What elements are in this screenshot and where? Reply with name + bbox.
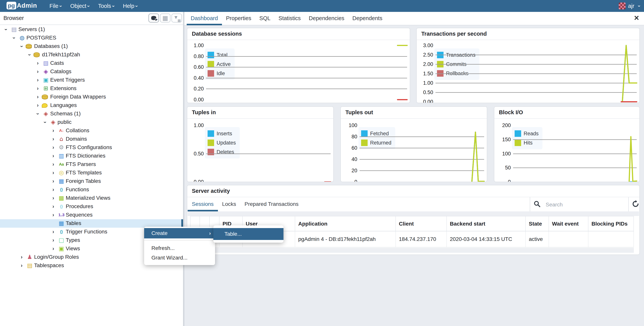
tree-item-catalogs[interactable]: ›◈Catalogs xyxy=(0,68,183,76)
column-header-backend-start[interactable]: Backend start xyxy=(447,216,526,231)
tree-item-fts-dictionaries[interactable]: ›▥FTS Dictionaries xyxy=(0,152,183,160)
tree-item-label: Sequences xyxy=(66,211,92,219)
expand-icon[interactable]: › xyxy=(50,126,56,135)
tree-item-foreign-data-wrappers[interactable]: ›Foreign Data Wrappers xyxy=(0,93,183,101)
postgres-icon: ◍ xyxy=(18,34,26,42)
menubar-item-object[interactable]: Object› xyxy=(66,0,94,12)
panel-database-sessions: Database sessions TotalActiveIdle1.000.8… xyxy=(187,28,410,103)
activity-tab-sessions[interactable]: Sessions xyxy=(188,197,218,212)
expand-icon[interactable]: › xyxy=(18,262,25,270)
panel-resize-handle[interactable] xyxy=(183,12,184,326)
column-header-blocking-pids[interactable]: Blocking PIDs xyxy=(588,216,634,231)
tree-item-d17fekh11pf2ah[interactable]: ›d17fekh11pf2ah xyxy=(0,50,183,59)
filtered-rows-button[interactable] xyxy=(172,14,182,22)
column-header-client[interactable]: Client xyxy=(396,216,447,231)
expand-icon[interactable]: › xyxy=(50,236,56,244)
collapse-icon[interactable]: › xyxy=(25,52,34,58)
expand-icon[interactable]: › xyxy=(50,177,56,186)
fts-dictionaries-icon: ▥ xyxy=(57,152,65,160)
tree-item-fts-configurations[interactable]: ›⚙FTS Configurations xyxy=(0,143,183,152)
tree-item-schemas-1[interactable]: ›◈Schemas (1) xyxy=(0,110,183,118)
context-menu-item-create[interactable]: Create › xyxy=(144,228,215,238)
view-data-button[interactable]: ▦ xyxy=(160,14,170,22)
query-tool-button[interactable] xyxy=(148,14,159,22)
collapse-icon[interactable]: › xyxy=(41,119,49,126)
tree-item-sequences[interactable]: ›1..3Sequences xyxy=(0,211,183,219)
tree-item-label: Collations xyxy=(66,126,89,135)
tree-item-materialized-views[interactable]: ›▩Materialized Views xyxy=(0,194,183,202)
logo-pg-badge: pg xyxy=(6,2,16,10)
context-menu-item-table[interactable]: Table... xyxy=(213,228,284,240)
tree-item-domains[interactable]: ›⌂Domains xyxy=(0,135,183,143)
search-input[interactable] xyxy=(545,199,615,211)
tab-properties[interactable]: Properties xyxy=(222,12,255,25)
column-header-state[interactable]: State xyxy=(526,216,549,231)
tab-statistics[interactable]: Statistics xyxy=(274,12,305,25)
context-menu-item-refresh[interactable]: Refresh... xyxy=(144,244,215,253)
expand-icon[interactable]: › xyxy=(50,186,56,194)
tab-dependencies[interactable]: Dependencies xyxy=(305,12,348,25)
expand-icon[interactable]: › xyxy=(50,152,56,160)
expand-icon[interactable]: › xyxy=(50,211,56,219)
tree-item-collations[interactable]: ›A↓Collations xyxy=(0,126,183,135)
tree-item-postgres[interactable]: ›◍POSTGRES xyxy=(0,34,183,42)
user-menu[interactable]: ajr › xyxy=(619,0,640,12)
activity-tab-locks[interactable]: Locks xyxy=(218,197,240,212)
expand-icon[interactable]: › xyxy=(50,228,56,236)
tree-item-fts-templates[interactable]: ›◎FTS Templates xyxy=(0,169,183,177)
chart-transactions-per-second: TransactionsCommitsRollbacks3.002.502.00… xyxy=(417,40,640,103)
activity-tab-prepared-transactions[interactable]: Prepared Transactions xyxy=(240,197,303,212)
tree-item-procedures[interactable]: ›{}Procedures xyxy=(0,202,183,211)
collapse-icon[interactable]: › xyxy=(2,26,10,33)
tree-item-extensions[interactable]: ›⊞Extensions xyxy=(0,84,183,93)
tree-item-foreign-tables[interactable]: ›▦Foreign Tables xyxy=(0,177,183,186)
expand-icon[interactable]: › xyxy=(18,253,25,262)
refresh-icon[interactable] xyxy=(632,200,640,209)
collapse-icon[interactable]: › xyxy=(18,43,26,50)
expand-icon[interactable]: › xyxy=(34,76,41,84)
tree-item-databases-1[interactable]: ›Databases (1) xyxy=(0,42,183,50)
materialized-views-icon: ▩ xyxy=(57,194,65,202)
tree-item-functions[interactable]: ›{}Functions xyxy=(0,186,183,194)
tree-item-fts-parsers[interactable]: ›AaFTS Parsers xyxy=(0,160,183,169)
menubar-item-file[interactable]: File› xyxy=(45,0,66,12)
horizontal-scrollbar-track[interactable] xyxy=(190,248,634,253)
tables-icon: ▦ xyxy=(57,219,65,228)
expand-icon[interactable]: › xyxy=(50,194,56,202)
column-header-application[interactable]: Application xyxy=(295,216,396,231)
menubar-item-tools[interactable]: Tools› xyxy=(94,0,119,12)
column-header-wait-event[interactable]: Wait event xyxy=(549,216,588,231)
casts-icon: ▧ xyxy=(42,59,50,68)
expand-icon[interactable]: › xyxy=(34,93,41,101)
expand-icon[interactable]: › xyxy=(34,68,41,76)
context-menu-item-grant-wizard[interactable]: Grant Wizard... xyxy=(144,253,215,262)
tab-dashboard[interactable]: Dashboard xyxy=(187,12,222,25)
panel-transactions-per-second: Transactions per second TransactionsComm… xyxy=(416,28,640,103)
expand-icon[interactable]: › xyxy=(50,135,56,143)
collapse-icon[interactable]: › xyxy=(10,35,18,41)
panel-tuples-in: Tuples in InsertsUpdatesDeletes1.000.500… xyxy=(187,106,334,182)
tree-item-casts[interactable]: ›▧Casts xyxy=(0,59,183,68)
tree-item-label: Event Triggers xyxy=(50,76,85,84)
tree-item-public[interactable]: ›◈public xyxy=(0,118,183,126)
expand-icon[interactable]: › xyxy=(50,143,56,152)
expand-icon[interactable]: › xyxy=(50,160,56,169)
expand-icon[interactable]: › xyxy=(34,101,41,110)
tab-dependents[interactable]: Dependents xyxy=(348,12,386,25)
expand-icon[interactable]: › xyxy=(50,244,56,253)
menubar-item-help[interactable]: Help› xyxy=(119,0,142,12)
tree-item-tables[interactable]: ▦Tables xyxy=(0,219,183,228)
expand-icon[interactable]: › xyxy=(50,202,56,211)
expand-icon[interactable]: › xyxy=(50,169,56,177)
view-data-icon: ▦ xyxy=(162,15,168,21)
expand-icon[interactable]: › xyxy=(34,84,41,93)
tree-item-label: FTS Parsers xyxy=(66,160,96,169)
chart-title: Transactions per second xyxy=(421,28,487,39)
tree-item-event-triggers[interactable]: ›▣Event Triggers xyxy=(0,76,183,84)
close-icon[interactable]: × xyxy=(634,12,639,24)
collapse-icon[interactable]: › xyxy=(34,110,42,117)
tab-sql[interactable]: SQL xyxy=(255,12,274,25)
expand-icon[interactable]: › xyxy=(34,59,41,68)
tree-item-servers-1[interactable]: ›▤Servers (1) xyxy=(0,25,183,34)
tree-item-languages[interactable]: ›Languages xyxy=(0,101,183,110)
